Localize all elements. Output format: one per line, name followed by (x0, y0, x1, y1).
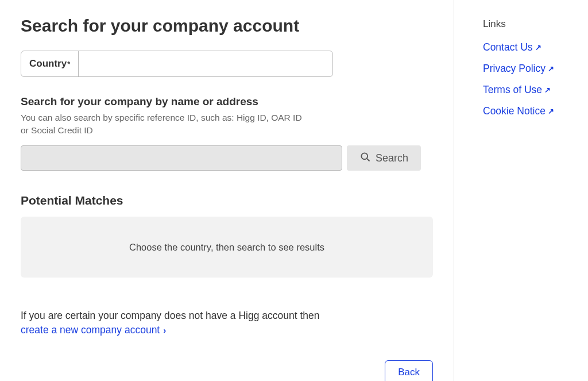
svg-point-0 (361, 153, 368, 159)
sidebar: Links Contact Us ↗ Privacy Policy ↗ Term… (454, 0, 586, 381)
sidebar-link-contact-us[interactable]: Contact Us ↗ (483, 41, 586, 53)
sidebar-link-label: Privacy Policy (483, 63, 546, 75)
matches-heading: Potential Matches (21, 194, 433, 207)
sidebar-link-label: Terms of Use (483, 84, 542, 96)
sidebar-link-cookie-notice[interactable]: Cookie Notice ↗ (483, 105, 586, 117)
external-link-icon: ↗ (535, 43, 541, 52)
search-icon (359, 151, 371, 166)
country-label: Country* (21, 51, 79, 76)
chevron-right-icon: › (163, 325, 166, 335)
external-link-icon: ↗ (548, 64, 554, 73)
page-title: Search for your company account (21, 16, 433, 36)
sidebar-link-label: Cookie Notice (483, 105, 546, 117)
search-input[interactable] (21, 145, 342, 171)
country-field-row: Country* (21, 51, 333, 77)
svg-line-1 (367, 159, 370, 161)
external-link-icon: ↗ (544, 86, 551, 94)
search-row: Search (21, 145, 433, 171)
search-helper-text: You can also search by specific referenc… (21, 111, 308, 136)
search-subheading: Search for your company by name or addre… (21, 95, 433, 108)
sidebar-link-terms-of-use[interactable]: Terms of Use ↗ (483, 84, 586, 96)
required-indicator: * (67, 60, 70, 68)
create-company-link[interactable]: create a new company account › (21, 324, 166, 336)
results-placeholder-box: Choose the country, then search to see r… (21, 217, 433, 278)
search-button[interactable]: Search (347, 145, 421, 171)
footer-row: Back (21, 360, 433, 381)
country-label-text: Country (29, 58, 67, 70)
search-button-label: Search (376, 152, 408, 164)
certain-text: If you are certain your company does not… (21, 310, 433, 322)
sidebar-link-label: Contact Us (483, 41, 533, 53)
sidebar-link-privacy-policy[interactable]: Privacy Policy ↗ (483, 63, 586, 75)
country-input[interactable] (79, 51, 332, 76)
sidebar-heading: Links (483, 18, 586, 30)
results-placeholder-text: Choose the country, then search to see r… (129, 242, 324, 253)
create-company-link-label: create a new company account (21, 324, 160, 336)
external-link-icon: ↗ (548, 107, 554, 116)
main-content: Search for your company account Country*… (0, 0, 454, 381)
back-button[interactable]: Back (385, 360, 433, 381)
